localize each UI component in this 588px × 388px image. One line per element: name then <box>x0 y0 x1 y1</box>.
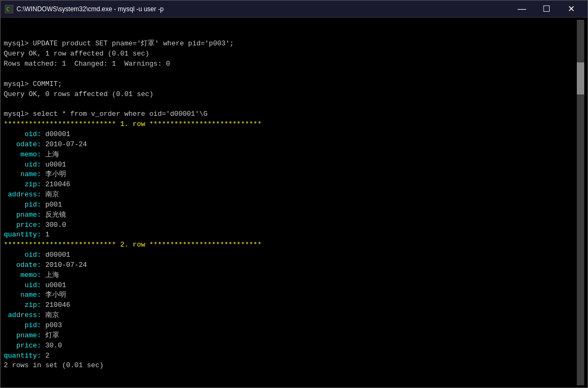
field-value: 南京 <box>41 311 59 319</box>
field-label: memo: <box>4 151 41 159</box>
field-value: 反光镜 <box>41 211 66 219</box>
terminal-line: pname: 灯罩 <box>4 331 577 341</box>
field-value: 210046 <box>41 180 70 188</box>
field-label: quantity: <box>4 352 41 360</box>
scrollbar-thumb[interactable] <box>577 62 584 94</box>
terminal-line: Rows matched: 1 Changed: 1 Warnings: 0 <box>4 59 577 69</box>
field-label: zip: <box>4 180 41 188</box>
field-label: oid: <box>4 251 41 259</box>
terminal-line: name: 李小明 <box>4 170 577 180</box>
field-value: 李小明 <box>41 291 66 299</box>
terminal-line <box>4 69 577 80</box>
field-label: name: <box>4 291 41 299</box>
scrollbar[interactable] <box>577 20 584 385</box>
cmd-icon: C <box>5 5 13 13</box>
terminal-line: *************************** 2. row *****… <box>4 240 577 250</box>
field-label: uid: <box>4 161 41 169</box>
field-label: pname: <box>4 331 41 339</box>
terminal-line: *************************** 1. row *****… <box>4 120 577 130</box>
field-value: d00001 <box>41 251 70 259</box>
terminal-line: pid: p003 <box>4 321 577 331</box>
terminal-line: zip: 210046 <box>4 300 577 311</box>
field-label: zip: <box>4 301 41 309</box>
field-label: pname: <box>4 211 41 219</box>
field-value: 2 <box>41 352 50 360</box>
terminal-line: zip: 210046 <box>4 180 577 190</box>
cmd-window: C C:\WINDOWS\system32\cmd.exe - mysql -u… <box>0 0 588 388</box>
field-value: 南京 <box>41 191 59 199</box>
field-value: 210046 <box>41 301 70 309</box>
terminal-line: memo: 上海 <box>4 271 577 281</box>
terminal-line: address: 南京 <box>4 190 577 200</box>
field-label: quantity: <box>4 231 41 239</box>
window-controls: — ☐ ✕ <box>510 1 583 18</box>
terminal-line: oid: d00001 <box>4 250 577 260</box>
terminal-line: Query OK, 1 row affected (0.01 sec) <box>4 49 577 59</box>
terminal-line: quantity: 2 <box>4 351 577 361</box>
terminal-line: mysql> select * from v_order where oid='… <box>4 109 577 120</box>
field-label: uid: <box>4 281 41 289</box>
field-label: odate: <box>4 140 41 148</box>
window-title: C:\WINDOWS\system32\cmd.exe - mysql -u u… <box>17 5 164 13</box>
field-value: p001 <box>41 201 62 209</box>
terminal-line <box>4 99 577 109</box>
terminal-line: pname: 反光镜 <box>4 210 577 220</box>
field-label: odate: <box>4 261 41 269</box>
field-value: 1 <box>41 231 50 239</box>
field-value: u0001 <box>41 161 66 169</box>
terminal-line: price: 30.0 <box>4 341 577 351</box>
terminal-body: mysql> UPDATE product SET pname='灯罩' whe… <box>1 18 587 387</box>
terminal-line: 2 rows in set (0.01 sec) <box>4 361 577 371</box>
field-value: 300.0 <box>41 221 66 229</box>
terminal-line: quantity: 1 <box>4 230 577 240</box>
terminal-line: name: 李小明 <box>4 290 577 300</box>
svg-text:C: C <box>6 6 10 12</box>
field-value: 李小明 <box>41 170 66 178</box>
field-label: oid: <box>4 130 41 138</box>
field-label: address: <box>4 191 41 199</box>
terminal-line: Query OK, 0 rows affected (0.01 sec) <box>4 90 577 100</box>
terminal-line: oid: d00001 <box>4 130 577 140</box>
terminal-line: uid: u0001 <box>4 281 577 291</box>
terminal-line: pid: p001 <box>4 200 577 210</box>
minimize-button[interactable]: — <box>510 1 534 18</box>
terminal-line: price: 300.0 <box>4 220 577 231</box>
field-label: price: <box>4 221 41 229</box>
field-value: p003 <box>41 321 62 329</box>
field-label: memo: <box>4 271 41 279</box>
field-value: 2010-07-24 <box>41 261 87 269</box>
terminal-content: mysql> UPDATE product SET pname='灯罩' whe… <box>4 20 577 385</box>
field-label: name: <box>4 170 41 178</box>
terminal-line: uid: u0001 <box>4 160 577 170</box>
terminal-line: memo: 上海 <box>4 150 577 160</box>
terminal-line: odate: 2010-07-24 <box>4 140 577 150</box>
field-label: address: <box>4 311 41 319</box>
maximize-button[interactable]: ☐ <box>534 1 559 18</box>
field-value: 30.0 <box>41 342 62 350</box>
field-value: 上海 <box>41 271 59 279</box>
close-button[interactable]: ✕ <box>559 1 583 18</box>
terminal-line: mysql> COMMIT; <box>4 80 577 90</box>
field-value: 2010-07-24 <box>41 140 87 148</box>
title-bar: C C:\WINDOWS\system32\cmd.exe - mysql -u… <box>1 1 587 18</box>
field-value: 上海 <box>41 151 59 159</box>
terminal-line: address: 南京 <box>4 311 577 321</box>
field-value: d00001 <box>41 130 70 138</box>
title-bar-left: C C:\WINDOWS\system32\cmd.exe - mysql -u… <box>5 5 164 13</box>
field-label: pid: <box>4 201 41 209</box>
field-value: u0001 <box>41 281 66 289</box>
terminal-line: odate: 2010-07-24 <box>4 260 577 271</box>
terminal-line: mysql> UPDATE product SET pname='灯罩' whe… <box>4 39 577 49</box>
field-label: pid: <box>4 321 41 329</box>
field-label: price: <box>4 342 41 350</box>
field-value: 灯罩 <box>41 331 59 339</box>
